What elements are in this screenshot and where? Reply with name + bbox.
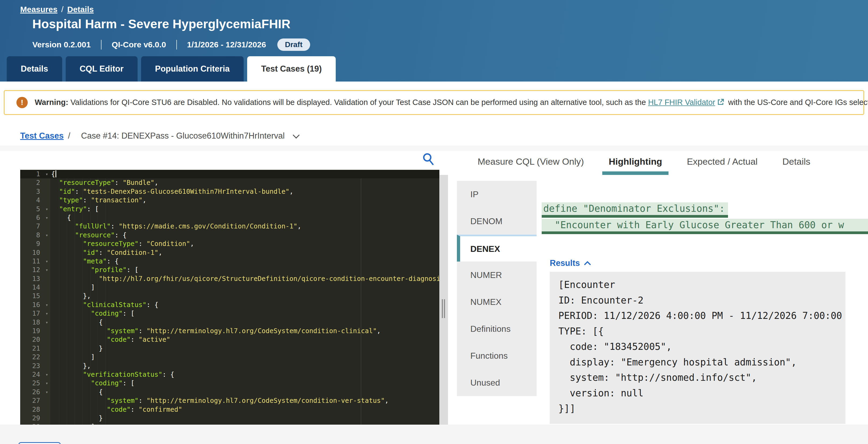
- editor-line-7[interactable]: 7 "fullUrl": "https://madie.cms.gov/Cond…: [20, 222, 439, 231]
- testcase-breadcrumb-separator: /: [68, 131, 70, 141]
- fold-arrow-icon[interactable]: ▾: [45, 231, 48, 240]
- tab-cql-editor[interactable]: CQL Editor: [66, 56, 137, 82]
- editor-line-20[interactable]: 20 "code": "active": [20, 335, 439, 344]
- population-nav-ip[interactable]: IP: [457, 181, 536, 208]
- right-tab-measure-cql-view-only[interactable]: Measure CQL (View Only): [477, 156, 584, 167]
- editor-line-9[interactable]: 9 "resourceType": "Condition",: [20, 240, 439, 248]
- hl7-validator-link[interactable]: HL7 FHIR Validator: [648, 98, 715, 106]
- fold-arrow-icon[interactable]: ▾: [45, 213, 48, 222]
- editor-line-19[interactable]: 19 "system": "http://terminology.hl7.org…: [20, 327, 439, 335]
- editor-line-28[interactable]: 28 "code": "confirmed": [20, 405, 439, 414]
- measure-meta: Version 0.2.001 QI-Core v6.0.0 1/1/2026 …: [32, 38, 310, 51]
- fold-arrow-icon[interactable]: ▾: [45, 388, 48, 397]
- text-cursor: [56, 170, 56, 177]
- line-number: 23: [20, 362, 50, 370]
- line-code: "http://hl7.org/fhir/us/qicore/Structure…: [50, 275, 439, 283]
- editor-line-1[interactable]: 1▾{: [20, 170, 439, 179]
- line-code: "code": "confirmed": [50, 405, 439, 414]
- line-number: 11▾: [20, 257, 50, 265]
- fold-arrow-icon[interactable]: ▾: [45, 379, 48, 387]
- population-nav-denom[interactable]: DENOM: [457, 208, 536, 235]
- tab-test-cases-19[interactable]: Test Cases (19): [247, 56, 336, 82]
- fold-arrow-icon[interactable]: ▾: [45, 205, 48, 213]
- measure-header: Measures / Details Hospital Harm - Sever…: [0, 0, 868, 82]
- line-number: 21: [20, 344, 50, 353]
- line-code: "id": "Condition-1",: [50, 248, 439, 257]
- editor-line-25[interactable]: 25▾ "coding": [: [20, 379, 439, 387]
- tab-details[interactable]: Details: [7, 56, 62, 82]
- line-code: "clinicalStatus": {: [50, 300, 439, 309]
- editor-line-22[interactable]: 22 ]: [20, 353, 439, 361]
- population-nav-definitions[interactable]: Definitions: [457, 315, 536, 342]
- line-code: "resource": {: [50, 231, 439, 240]
- editor-line-15[interactable]: 15 },: [20, 292, 439, 300]
- editor-line-17[interactable]: 17▾ "coding": [: [20, 309, 439, 318]
- editor-line-27[interactable]: 27 "system": "http://terminology.hl7.org…: [20, 397, 439, 405]
- editor-line-8[interactable]: 8▾ "resource": {: [20, 231, 439, 240]
- breadcrumb-details-link[interactable]: Details: [67, 5, 94, 14]
- line-number: 15: [20, 292, 50, 300]
- right-tab-expected-actual[interactable]: Expected / Actual: [687, 156, 757, 167]
- line-number: 18▾: [20, 318, 50, 327]
- fold-arrow-icon[interactable]: ▾: [45, 309, 48, 318]
- warning-body-end: with the US-Core and QI-Core IGs selecte…: [726, 98, 868, 106]
- editor-line-16[interactable]: 16▾ "clinicalStatus": {: [20, 300, 439, 309]
- line-code: {: [50, 170, 439, 179]
- external-link-icon: [717, 98, 724, 107]
- editor-line-4[interactable]: 4 "type": "transaction",: [20, 196, 439, 204]
- fold-arrow-icon[interactable]: ▾: [45, 257, 48, 265]
- editor-line-12[interactable]: 12▾ "profile": [: [20, 265, 439, 274]
- cql-highlight-block: define "Denominator Exclusions": "Encoun…: [542, 202, 868, 234]
- editor-line-2[interactable]: 2 "resourceType": "Bundle",: [20, 179, 439, 187]
- test-cases-link[interactable]: Test Cases: [20, 131, 64, 141]
- partial-action-button[interactable]: [18, 442, 61, 444]
- editor-line-21[interactable]: 21 }: [20, 344, 439, 353]
- line-code: "id": "tests-DenexPass-Glucose610Within7…: [50, 187, 439, 196]
- line-code: {: [50, 318, 439, 327]
- population-nav-numex[interactable]: NUMEX: [457, 288, 536, 315]
- editor-line-18[interactable]: 18▾ {: [20, 318, 439, 327]
- line-number: 7: [20, 222, 50, 231]
- population-nav: IPDENOMDENEXNUMERNUMEXDefinitionsFunctio…: [457, 181, 536, 396]
- tab-population-criteria[interactable]: Population Criteria: [141, 56, 244, 82]
- editor-line-11[interactable]: 11▾ "meta": {: [20, 257, 439, 265]
- editor-line-14[interactable]: 14 ]: [20, 283, 439, 292]
- editor-line-6[interactable]: 6▾ {: [20, 213, 439, 222]
- line-number: 8▾: [20, 231, 50, 240]
- editor-line-26[interactable]: 26▾ {: [20, 388, 439, 397]
- results-toggle[interactable]: Results: [550, 258, 591, 268]
- line-number: 25▾: [20, 379, 50, 387]
- fold-arrow-icon[interactable]: ▾: [45, 170, 48, 179]
- editor-line-10[interactable]: 10 "id": "Condition-1",: [20, 248, 439, 257]
- population-nav-unused[interactable]: Unused: [457, 369, 536, 396]
- fold-arrow-icon[interactable]: ▾: [45, 370, 48, 379]
- panel-resize-handle[interactable]: [440, 175, 448, 424]
- chevron-down-icon[interactable]: [293, 132, 300, 138]
- json-editor[interactable]: 1▾{2 "resourceType": "Bundle",3 "id": "t…: [20, 170, 439, 424]
- editor-line-29[interactable]: 29 }: [20, 414, 439, 422]
- editor-line-23[interactable]: 23 },: [20, 362, 439, 370]
- search-icon[interactable]: [422, 152, 436, 167]
- editor-line-5[interactable]: 5▾ "entry": [: [20, 205, 439, 213]
- editor-line-30[interactable]: 30 ]: [20, 422, 439, 424]
- line-code: "resourceType": "Bundle",: [50, 179, 439, 187]
- line-code: "coding": [: [50, 379, 439, 387]
- editor-line-24[interactable]: 24▾ "verificationStatus": {: [20, 370, 439, 379]
- fold-arrow-icon[interactable]: ▾: [45, 300, 48, 309]
- line-code: ]: [50, 353, 439, 361]
- population-nav-functions[interactable]: Functions: [457, 342, 536, 369]
- editor-line-3[interactable]: 3 "id": "tests-DenexPass-Glucose610Withi…: [20, 187, 439, 196]
- right-tab-details[interactable]: Details: [782, 156, 810, 167]
- breadcrumb-measures-link[interactable]: Measures: [20, 5, 57, 14]
- editor-line-13[interactable]: 13 "http://hl7.org/fhir/us/qicore/Struct…: [20, 275, 439, 283]
- fold-arrow-icon[interactable]: ▾: [45, 318, 48, 327]
- line-number: 6▾: [20, 213, 50, 222]
- line-code: ]: [50, 283, 439, 292]
- right-tab-highlighting[interactable]: Highlighting: [609, 156, 662, 167]
- population-nav-numer[interactable]: NUMER: [457, 261, 536, 288]
- madie-app: Measures / Details Hospital Harm - Sever…: [0, 0, 868, 444]
- testcase-title: Case #14: DENEXPass - Glucose610Within7H…: [81, 131, 285, 141]
- population-nav-denex[interactable]: DENEX: [457, 235, 536, 261]
- warning-icon: !: [17, 97, 28, 108]
- fold-arrow-icon[interactable]: ▾: [45, 265, 48, 274]
